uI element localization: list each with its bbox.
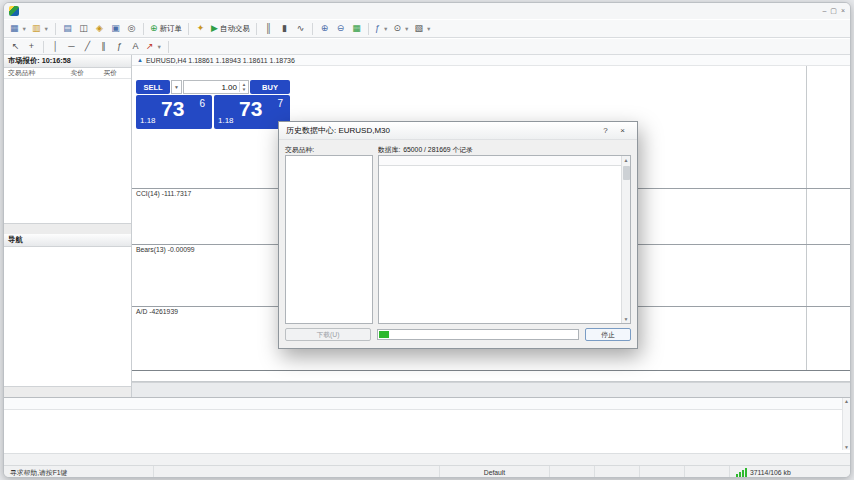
status-traffic: 37114/106 kb: [750, 469, 791, 476]
scroll-down-icon[interactable]: ▼: [844, 444, 849, 450]
scroll-up-icon[interactable]: ▲: [624, 157, 629, 163]
ad-axis: [806, 307, 850, 370]
market-watch-list: [4, 79, 131, 223]
periods-icon: ⊙: [393, 24, 401, 33]
divider: [256, 23, 257, 35]
divider: [168, 41, 169, 53]
download-progress: [377, 329, 579, 340]
status-cell: [550, 466, 595, 478]
chart-candles-button[interactable]: ▮: [277, 21, 292, 36]
zoom-in-icon: ⊕: [321, 24, 329, 33]
help-icon[interactable]: ?: [598, 124, 613, 137]
chart-bars-button[interactable]: ║: [261, 21, 276, 36]
chart-line-button[interactable]: ∿: [293, 21, 308, 36]
status-spacer: [154, 466, 440, 478]
crosshair-button[interactable]: +: [24, 39, 39, 54]
close-icon[interactable]: ×: [841, 7, 845, 15]
dialog-symbol-tree: [285, 155, 373, 324]
market-watch-title: 市场报价: 10:16:58: [8, 56, 71, 66]
new-order-button[interactable]: ⊕新订单: [148, 21, 184, 36]
strategy-tester-icon: ◎: [128, 24, 136, 33]
strategy-tester-button[interactable]: ◎: [124, 21, 139, 36]
download-button[interactable]: 下载(U): [285, 328, 371, 341]
standard-toolbar: ▦▼ ▥▼ ▤ ◫ ◈ ▣ ◎ ⊕新订单 ✦ ▶自动交易 ║ ▮ ∿ ⊕ ⊖ ▦…: [4, 19, 850, 38]
scroll-down-icon[interactable]: ▼: [624, 316, 629, 322]
chevron-down-icon: ▼: [22, 26, 27, 32]
status-cell: [640, 466, 685, 478]
status-profile[interactable]: Default: [440, 466, 550, 478]
profiles-button[interactable]: ▥▼: [30, 21, 51, 36]
new-chart-button[interactable]: ▦▼: [8, 21, 29, 36]
chevron-down-icon: ▼: [404, 26, 409, 32]
trendline-button[interactable]: ╱: [80, 39, 95, 54]
cci-axis: [806, 189, 850, 244]
restore-icon[interactable]: ▢: [830, 7, 837, 15]
terminal-tabs: [4, 453, 850, 465]
time-axis[interactable]: [132, 371, 850, 382]
chart-caption: ▲ EURUSD,H4 1.18861 1.18943 1.18611 1.18…: [132, 55, 850, 66]
sell-dropdown-icon[interactable]: ▼: [171, 80, 182, 94]
scroll-thumb[interactable]: [623, 166, 630, 180]
horizontal-line-icon: ─: [68, 42, 74, 51]
minimize-icon[interactable]: ‒: [822, 7, 826, 15]
dialog-db-value: 65000 / 281669 个记录: [403, 145, 473, 155]
trendline-icon: ╱: [85, 42, 90, 51]
tile-windows-button[interactable]: ▦: [349, 21, 364, 36]
zoom-out-icon: ⊖: [337, 24, 345, 33]
navigator-title: 导航: [8, 235, 23, 245]
arrows-button[interactable]: ↗▼: [144, 39, 164, 54]
status-cell: [595, 466, 640, 478]
data-window-button[interactable]: ◫: [76, 21, 91, 36]
history-center-dialog: 历史数据中心: EURUSD,M30 ? × 交易品种: 数据库:65000 /…: [278, 121, 638, 349]
vertical-line-button[interactable]: │: [48, 39, 63, 54]
connection-icon: [736, 468, 747, 477]
terminal-scrollbar[interactable]: ▲▼: [842, 398, 850, 450]
chart-tab-bar: [132, 382, 850, 397]
market-watch-tabs: [4, 223, 131, 234]
fibonacci-button[interactable]: ƒ: [112, 39, 127, 54]
templates-icon: ▧: [414, 24, 423, 33]
metaeditor-button[interactable]: ✦: [193, 21, 208, 36]
one-click-trade-panel: SELL ▼ 1.00 ▲▼ BUY 1.18 73 6: [136, 80, 290, 129]
bid-sup: 6: [199, 98, 205, 109]
dialog-titlebar[interactable]: 历史数据中心: EURUSD,M30 ? ×: [279, 122, 637, 140]
scroll-up-icon[interactable]: ▲: [844, 398, 849, 404]
terminal-button[interactable]: ▣: [108, 21, 123, 36]
status-help: 寻求帮助,请按F1键: [4, 466, 154, 478]
col-symbol[interactable]: 交易品种: [4, 68, 54, 78]
zoom-out-button[interactable]: ⊖: [333, 21, 348, 36]
periods-button[interactable]: ⊙▼: [391, 21, 411, 36]
cursor-button[interactable]: ↖: [8, 39, 23, 54]
chart-window-icon: ▲: [137, 57, 143, 63]
market-watch-button[interactable]: ▤: [60, 21, 75, 36]
new-order-icon: ⊕: [150, 24, 158, 33]
new-chart-icon: ▦: [10, 24, 19, 33]
col-bid[interactable]: 卖价: [54, 68, 87, 78]
indicators-button[interactable]: ƒ▼: [373, 21, 390, 36]
dialog-scrollbar[interactable]: ▲▼: [621, 156, 630, 323]
terminal-icon: ▣: [111, 24, 120, 33]
auto-trading-button[interactable]: ▶自动交易: [209, 21, 252, 36]
channel-button[interactable]: ∥: [96, 39, 111, 54]
status-bar: 寻求帮助,请按F1键 Default 37114/106 kb: [4, 465, 850, 478]
menubar: ‒ ▢ ×: [4, 3, 850, 19]
buy-button[interactable]: BUY: [250, 80, 290, 94]
text-button[interactable]: A: [128, 39, 143, 54]
price-axis: [806, 66, 850, 188]
market-watch-header: 市场报价: 10:16:58: [4, 55, 131, 68]
stepper-arrows-icon[interactable]: ▲▼: [239, 82, 248, 92]
sell-button[interactable]: SELL: [136, 80, 170, 94]
zoom-in-button[interactable]: ⊕: [317, 21, 332, 36]
chevron-down-icon: ▼: [383, 26, 388, 32]
close-icon[interactable]: ×: [615, 124, 630, 137]
volume-stepper[interactable]: 1.00 ▲▼: [183, 80, 249, 94]
stop-button[interactable]: 停止: [585, 328, 631, 341]
divider: [368, 23, 369, 35]
horizontal-line-button[interactable]: ─: [64, 39, 79, 54]
col-ask[interactable]: 买价: [87, 68, 120, 78]
navigator-header: 导航: [4, 234, 131, 247]
templates-button[interactable]: ▧▼: [412, 21, 433, 36]
bid-main: 1.18: [140, 116, 156, 125]
bid-price-box[interactable]: 1.18 73 6: [136, 95, 212, 129]
navigator-button[interactable]: ◈: [92, 21, 107, 36]
